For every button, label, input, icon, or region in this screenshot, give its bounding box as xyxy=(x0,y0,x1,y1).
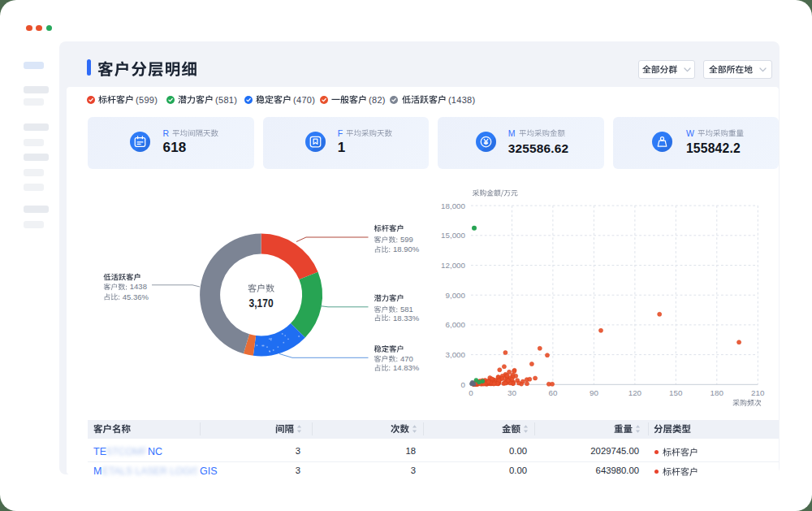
svg-text:30: 30 xyxy=(508,388,516,397)
svg-text:9,000: 9,000 xyxy=(445,291,465,300)
svg-text:90: 90 xyxy=(590,388,598,397)
svg-text:470: 470 xyxy=(400,354,413,363)
svg-text:120: 120 xyxy=(628,388,642,397)
svg-text:180: 180 xyxy=(710,388,724,397)
svg-text:60: 60 xyxy=(548,388,557,397)
svg-text:3,000: 3,000 xyxy=(445,350,465,359)
svg-text:45.36%: 45.36% xyxy=(123,292,149,301)
svg-text:15,000: 15,000 xyxy=(441,231,466,240)
svg-text:18,000: 18,000 xyxy=(441,201,466,210)
svg-text:599: 599 xyxy=(400,235,413,244)
svg-text:3,170: 3,170 xyxy=(249,296,274,310)
svg-text:150: 150 xyxy=(669,388,683,397)
svg-text:0: 0 xyxy=(469,388,473,397)
svg-text:12,000: 12,000 xyxy=(441,261,466,270)
svg-text:1438: 1438 xyxy=(130,282,147,291)
svg-text:18.33%: 18.33% xyxy=(393,314,420,323)
svg-text:18.90%: 18.90% xyxy=(393,245,420,253)
svg-text:0: 0 xyxy=(461,380,466,389)
svg-text:6,000: 6,000 xyxy=(445,320,465,329)
svg-text:14.83%: 14.83% xyxy=(393,363,420,372)
svg-text:210: 210 xyxy=(751,388,765,397)
